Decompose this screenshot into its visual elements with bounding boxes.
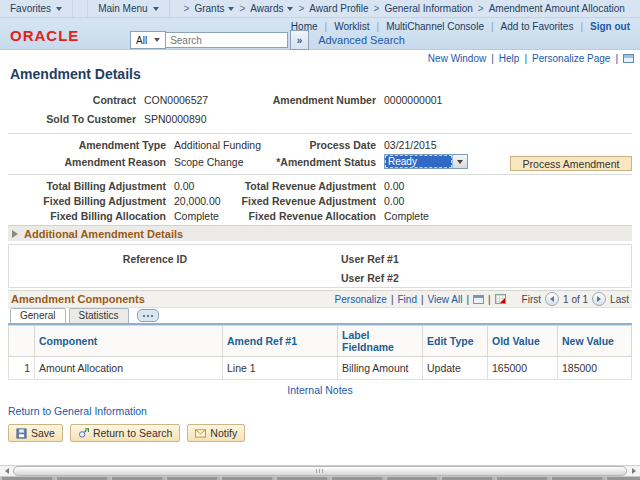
chevron-down-icon — [153, 7, 159, 11]
search-scope-value: All — [136, 35, 147, 46]
breadcrumb-current-page: Amendment Amount Allocation — [489, 3, 625, 14]
separator: | — [491, 53, 494, 64]
total-revenue-adjustment-value: 0.00 — [384, 180, 404, 192]
breadcrumb-awards[interactable]: Awards — [250, 3, 293, 14]
arrow-left-icon — [5, 468, 9, 474]
reference-panel: Reference ID User Ref #1 User Ref #2 — [8, 244, 632, 288]
contract-label: Contract — [8, 94, 136, 106]
rownum-header — [9, 326, 35, 357]
process-amendment-button[interactable]: Process Amendment — [510, 156, 632, 171]
process-date-value: 03/21/2015 — [384, 139, 437, 151]
arrow-left-icon — [550, 296, 554, 302]
table-header-row: Component Amend Ref #1 Label Fieldname E… — [9, 326, 632, 357]
notify-button[interactable]: Notify — [187, 424, 245, 442]
search-scope-select[interactable]: All — [130, 31, 166, 49]
favorites-menu[interactable]: Favorites — [0, 0, 73, 17]
fixed-revenue-adjustment-label: Fixed Revenue Adjustment — [240, 195, 376, 207]
divider — [8, 133, 632, 134]
scrollbar-thumb[interactable] — [13, 466, 627, 476]
old-value-cell: 165000 — [488, 357, 558, 380]
breadcrumb-general-information[interactable]: General Information — [384, 3, 472, 14]
pager-next-button[interactable] — [592, 292, 606, 306]
process-date-label: Process Date — [240, 139, 376, 151]
search-return-icon — [78, 428, 89, 439]
main-menu[interactable]: Main Menu — [87, 0, 169, 17]
sign-out-link[interactable]: Sign out — [590, 21, 630, 32]
amendment-status-select[interactable]: Ready — [384, 154, 468, 169]
view-all-link[interactable]: View All — [428, 294, 463, 305]
notify-label: Notify — [210, 427, 237, 439]
component-cell: Amount Allocation — [35, 357, 223, 380]
grid-tabs: General Statistics — [8, 308, 632, 325]
separator: | — [615, 53, 618, 64]
additional-amendment-details-title: Additional Amendment Details — [24, 228, 183, 240]
identity-section: Contract CON0006527 Amendment Number 000… — [8, 92, 632, 130]
advanced-search-link[interactable]: Advanced Search — [318, 34, 405, 46]
header-banner: Home | Worklist | MultiChannel Console |… — [0, 18, 640, 50]
search-go-button[interactable]: » — [290, 30, 309, 50]
find-link[interactable]: Find — [397, 294, 416, 305]
user-ref1-label: User Ref #1 — [341, 253, 399, 265]
save-icon — [16, 428, 27, 439]
amendment-components-header: Amendment Components Personalize | Find … — [8, 290, 632, 308]
sold-to-customer-label: Sold To Customer — [8, 113, 136, 125]
scrollbar-grip-icon — [316, 469, 324, 473]
additional-amendment-details-section[interactable]: Additional Amendment Details — [8, 225, 632, 241]
fixed-revenue-allocation-label: Fixed Revenue Allocation — [240, 210, 376, 222]
help-link[interactable]: Help — [499, 53, 520, 64]
expand-arrow-icon[interactable] — [12, 230, 18, 238]
search-input[interactable] — [166, 32, 288, 48]
table-row: 1 Amount Allocation Line 1 Billing Amoun… — [9, 357, 632, 380]
adjustments-section: Total Billing Adjustment 0.00 Total Reve… — [8, 178, 632, 223]
fixed-billing-adjustment-value: 20,000.00 — [174, 195, 221, 207]
new-window-link[interactable]: New Window — [428, 53, 486, 64]
zoom-popup-icon[interactable] — [473, 295, 484, 304]
amendment-number-value: 0000000001 — [384, 94, 442, 106]
return-to-general-information-link[interactable]: Return to General Information — [8, 405, 147, 417]
breadcrumb-grants[interactable]: Grants — [194, 3, 234, 14]
amendment-reason-label: Amendment Reason — [8, 156, 166, 168]
application-window: Favorites Main Menu > Grants > Awards > … — [0, 0, 640, 480]
oracle-logo: ORACLE — [10, 27, 79, 44]
breadcrumb-separator: > — [184, 3, 190, 14]
personalize-link[interactable]: Personalize — [335, 294, 387, 305]
chevron-down-icon — [228, 7, 234, 11]
add-to-favorites-link[interactable]: Add to Favorites — [501, 21, 574, 32]
edit-type-cell: Update — [423, 357, 488, 380]
separator: | — [391, 294, 394, 305]
chevron-down-icon — [457, 160, 463, 164]
dropdown-arrow-button[interactable] — [452, 155, 467, 168]
scroll-right-button[interactable] — [627, 466, 640, 476]
scroll-left-button[interactable] — [0, 466, 13, 476]
tab-statistics[interactable]: Statistics — [69, 308, 129, 323]
pager-last-label: Last — [610, 294, 629, 305]
personalize-page-link[interactable]: Personalize Page — [532, 53, 610, 64]
show-all-columns-icon[interactable] — [137, 309, 159, 322]
pager-previous-button[interactable] — [545, 292, 559, 306]
amendment-number-label: Amendment Number — [240, 94, 376, 106]
page-layout-icon[interactable] — [623, 54, 634, 63]
horizontal-scrollbar — [0, 465, 640, 477]
fixed-billing-allocation-label: Fixed Billing Allocation — [8, 210, 166, 222]
total-billing-adjustment-value: 0.00 — [174, 180, 194, 192]
save-button[interactable]: Save — [8, 424, 63, 442]
chevron-down-icon — [56, 7, 62, 11]
pager-position: 1 of 1 — [563, 294, 588, 305]
breadcrumb-separator: > — [298, 3, 304, 14]
notify-envelope-icon — [195, 428, 206, 438]
download-spreadsheet-icon[interactable] — [495, 294, 506, 304]
fixed-billing-allocation-value: Complete — [174, 210, 219, 222]
sold-to-customer-value: SPN0000890 — [144, 113, 206, 125]
return-to-search-button[interactable]: Return to Search — [70, 424, 180, 442]
breadcrumb-award-profile[interactable]: Award Profile — [309, 3, 368, 14]
component-header: Component — [35, 326, 223, 357]
total-billing-adjustment-label: Total Billing Adjustment — [8, 180, 166, 192]
pager-first-label: First — [522, 294, 541, 305]
separator: | — [466, 294, 469, 305]
internal-notes-link[interactable]: Internal Notes — [287, 384, 352, 396]
tab-general[interactable]: General — [10, 308, 66, 323]
amendment-status-value: Ready — [385, 155, 452, 168]
old-value-header: Old Value — [488, 326, 558, 357]
breadcrumb-separator: > — [239, 3, 245, 14]
chevron-down-icon — [154, 38, 160, 42]
